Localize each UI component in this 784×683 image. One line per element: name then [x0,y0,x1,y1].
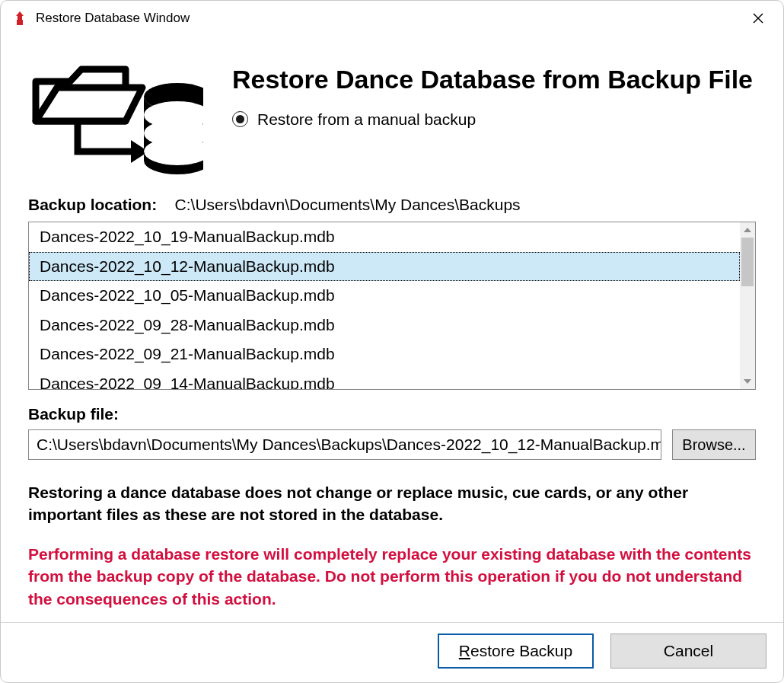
backup-file-label: Backup file: [28,405,756,423]
titlebar: Restore Database Window [1,1,783,34]
scroll-down-icon[interactable] [740,374,755,389]
header-row: Restore Dance Database from Backup File … [28,60,756,177]
backup-files-listbox[interactable]: Dances-2022_10_19-ManualBackup.mdbDances… [28,222,756,390]
app-icon [11,10,28,27]
radio-icon [232,111,248,127]
list-item[interactable]: Dances-2022_10_12-ManualBackup.mdb [29,252,740,282]
backup-file-input[interactable]: C:\Users\bdavn\Documents\My Dances\Backu… [28,429,661,460]
list-item[interactable]: Dances-2022_09_14-ManualBackup.mdb [29,369,740,389]
page-heading: Restore Dance Database from Backup File [232,66,753,94]
list-item[interactable]: Dances-2022_10_05-ManualBackup.mdb [29,281,740,311]
dialog-footer: Restore Backup Cancel [1,622,783,682]
backup-location-label: Backup location: [28,196,157,213]
listbox-scrollbar[interactable] [740,222,755,389]
svg-rect-0 [17,20,23,25]
list-item[interactable]: Dances-2022_10_19-ManualBackup.mdb [29,222,740,252]
scroll-up-icon[interactable] [740,222,755,238]
cancel-button[interactable]: Cancel [610,634,766,669]
backup-file-row: C:\Users\bdavn\Documents\My Dances\Backu… [28,429,756,460]
scroll-thumb[interactable] [741,238,754,286]
restore-backup-button[interactable]: Restore Backup [438,634,594,669]
backup-location-path: C:\Users\bdavn\Documents\My Dances\Backu… [175,196,521,213]
window-close-button[interactable] [741,6,776,30]
list-item[interactable]: Dances-2022_09_21-ManualBackup.mdb [29,340,740,369]
scroll-track[interactable] [740,238,755,374]
radio-label: Restore from a manual backup [257,110,476,129]
window-title: Restore Database Window [36,11,741,26]
folder-database-icon [28,60,203,177]
warning-note: Performing a database restore will compl… [28,543,756,610]
restore-database-dialog: Restore Database Window [0,0,784,683]
dialog-content: Restore Dance Database from Backup File … [1,34,783,622]
browse-button[interactable]: Browse... [672,429,756,460]
header-text: Restore Dance Database from Backup File … [232,60,753,129]
backup-location-row: Backup location: C:\Users\bdavn\Document… [28,196,756,214]
close-icon [753,13,763,24]
restore-mode-radio[interactable]: Restore from a manual backup [232,110,753,129]
info-note: Restoring a dance database does not chan… [28,481,756,526]
list-item[interactable]: Dances-2022_09_28-ManualBackup.mdb [29,311,740,340]
